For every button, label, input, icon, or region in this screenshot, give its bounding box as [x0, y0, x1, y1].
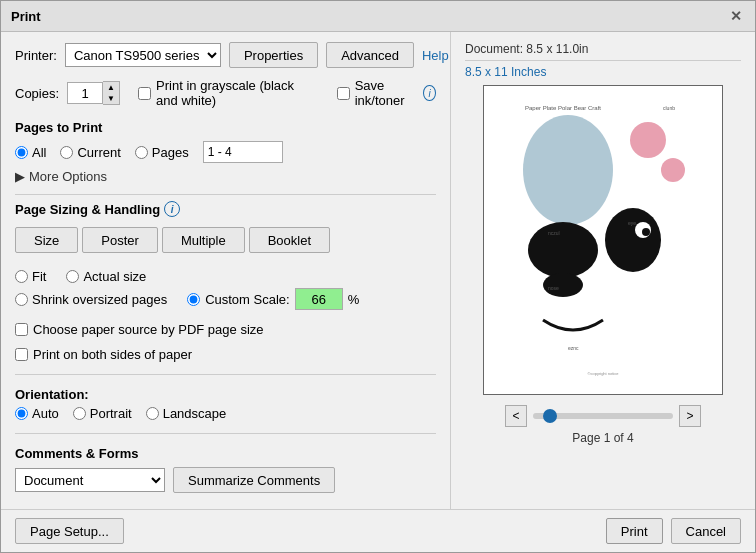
- svg-point-8: [642, 228, 650, 236]
- current-page-label: Current: [77, 145, 120, 160]
- copies-row: Copies: ▲ ▼ Print in grayscale (black an…: [15, 78, 436, 108]
- fit-option: Fit: [15, 269, 46, 284]
- orientation-radio-group: Auto Portrait Landscape: [15, 406, 436, 421]
- save-ink-checkbox[interactable]: [337, 87, 350, 100]
- help-text: Help: [422, 48, 449, 63]
- copies-input[interactable]: [67, 82, 103, 104]
- preview-area: Paper Plate Polar Bear Craft clunb: [483, 85, 723, 395]
- both-sides-label: Print on both sides of paper: [33, 347, 192, 362]
- svg-text:©copyright notice: ©copyright notice: [588, 371, 620, 376]
- both-sides-checkbox[interactable]: [15, 348, 28, 361]
- actual-size-option: Actual size: [66, 269, 146, 284]
- pages-radio-group: All Current Pages: [15, 141, 436, 163]
- custom-scale-radio[interactable]: [187, 293, 200, 306]
- landscape-radio[interactable]: [146, 407, 159, 420]
- more-options-arrow: ▶: [15, 169, 25, 184]
- prev-page-button[interactable]: <: [505, 405, 527, 427]
- size-tab[interactable]: Size: [15, 227, 78, 253]
- fit-label: Fit: [32, 269, 46, 284]
- printer-select[interactable]: Canon TS9500 series: [65, 43, 221, 67]
- pages-section-title: Pages to Print: [15, 120, 436, 135]
- all-pages-radio[interactable]: [15, 146, 28, 159]
- multiple-tab[interactable]: Multiple: [162, 227, 245, 253]
- portrait-radio[interactable]: [73, 407, 86, 420]
- print-button[interactable]: Print: [606, 518, 663, 544]
- orientation-title: Orientation:: [15, 387, 436, 402]
- dialog-body: Printer: Canon TS9500 series Properties …: [1, 32, 755, 509]
- comments-select[interactable]: Document: [15, 468, 165, 492]
- pdf-page-size-checkbox[interactable]: [15, 323, 28, 336]
- page-slider-track: [533, 413, 673, 419]
- help-link[interactable]: Help ?: [422, 47, 451, 63]
- save-ink-info-icon: i: [423, 85, 436, 101]
- shrink-radio[interactable]: [15, 293, 28, 306]
- svg-text:Paper Plate Polar Bear Craft: Paper Plate Polar Bear Craft: [525, 105, 601, 111]
- sizing-radio-row2: Shrink oversized pages Custom Scale: %: [15, 288, 436, 310]
- right-panel: Document: 8.5 x 11.0in 8.5 x 11 Inches P…: [451, 32, 755, 509]
- auto-orientation-option: Auto: [15, 406, 59, 421]
- svg-text:eye: eye: [628, 220, 636, 226]
- document-info: Document: 8.5 x 11.0in: [465, 42, 741, 61]
- save-ink-option: Save ink/toner i: [337, 78, 436, 108]
- summarize-comments-button[interactable]: Summarize Comments: [173, 467, 335, 493]
- preview-svg: Paper Plate Polar Bear Craft clunb: [488, 90, 718, 390]
- sizing-info-icon: i: [164, 201, 180, 217]
- booklet-tab[interactable]: Booklet: [249, 227, 330, 253]
- more-options-toggle[interactable]: ▶ More Options: [15, 169, 436, 184]
- printer-row: Printer: Canon TS9500 series Properties …: [15, 42, 436, 68]
- grayscale-checkbox[interactable]: [138, 87, 151, 100]
- svg-text:nczul: nczul: [548, 230, 560, 236]
- current-page-option: Current: [60, 145, 120, 160]
- left-panel: Printer: Canon TS9500 series Properties …: [1, 32, 451, 509]
- svg-point-3: [630, 122, 666, 158]
- pages-range-radio[interactable]: [135, 146, 148, 159]
- save-ink-label: Save ink/toner: [355, 78, 419, 108]
- cancel-button[interactable]: Cancel: [671, 518, 741, 544]
- next-page-button[interactable]: >: [679, 405, 701, 427]
- svg-point-4: [661, 158, 685, 182]
- current-page-radio[interactable]: [60, 146, 73, 159]
- spin-up-button[interactable]: ▲: [103, 82, 119, 93]
- custom-scale-label: Custom Scale:: [205, 292, 290, 307]
- custom-scale-option: Custom Scale: %: [187, 288, 359, 310]
- shrink-option: Shrink oversized pages: [15, 292, 167, 307]
- pages-range-input[interactable]: [203, 141, 283, 163]
- page-setup-button[interactable]: Page Setup...: [15, 518, 124, 544]
- page-slider-thumb[interactable]: [543, 409, 557, 423]
- actual-size-radio[interactable]: [66, 270, 79, 283]
- landscape-option: Landscape: [146, 406, 227, 421]
- percent-label: %: [348, 292, 360, 307]
- printer-label: Printer:: [15, 48, 57, 63]
- actual-size-label: Actual size: [83, 269, 146, 284]
- both-sides-option: Print on both sides of paper: [15, 347, 436, 362]
- auto-orientation-radio[interactable]: [15, 407, 28, 420]
- svg-text:eznc: eznc: [568, 345, 579, 351]
- advanced-button[interactable]: Advanced: [326, 42, 414, 68]
- custom-scale-input[interactable]: [295, 288, 343, 310]
- grayscale-label: Print in grayscale (black and white): [156, 78, 317, 108]
- copies-label: Copies:: [15, 86, 59, 101]
- title-bar: Print ✕: [1, 1, 755, 32]
- properties-button[interactable]: Properties: [229, 42, 318, 68]
- bottom-right-buttons: Print Cancel: [606, 518, 741, 544]
- poster-tab[interactable]: Poster: [82, 227, 158, 253]
- fit-radio[interactable]: [15, 270, 28, 283]
- svg-point-5: [528, 222, 598, 278]
- sizing-title: Page Sizing & Handling: [15, 202, 160, 217]
- pdf-page-size-label: Choose paper source by PDF page size: [33, 322, 264, 337]
- page-indicator: Page 1 of 4: [572, 431, 633, 445]
- bottom-bar: Page Setup... Print Cancel: [1, 509, 755, 552]
- spin-down-button[interactable]: ▼: [103, 93, 119, 104]
- comments-row: Document Summarize Comments: [15, 467, 436, 493]
- auto-orientation-label: Auto: [32, 406, 59, 421]
- close-button[interactable]: ✕: [727, 7, 745, 25]
- portrait-option: Portrait: [73, 406, 132, 421]
- more-options-label: More Options: [29, 169, 107, 184]
- print-options-row: Print in grayscale (black and white) Sav…: [138, 78, 436, 108]
- copies-spinbox: ▲ ▼: [67, 81, 120, 105]
- sizing-section-header: Page Sizing & Handling i: [15, 194, 436, 217]
- sizing-radio-row: Fit Actual size: [15, 269, 436, 284]
- svg-text:nose: nose: [548, 285, 559, 291]
- dialog-title: Print: [11, 9, 41, 24]
- svg-point-2: [523, 115, 613, 225]
